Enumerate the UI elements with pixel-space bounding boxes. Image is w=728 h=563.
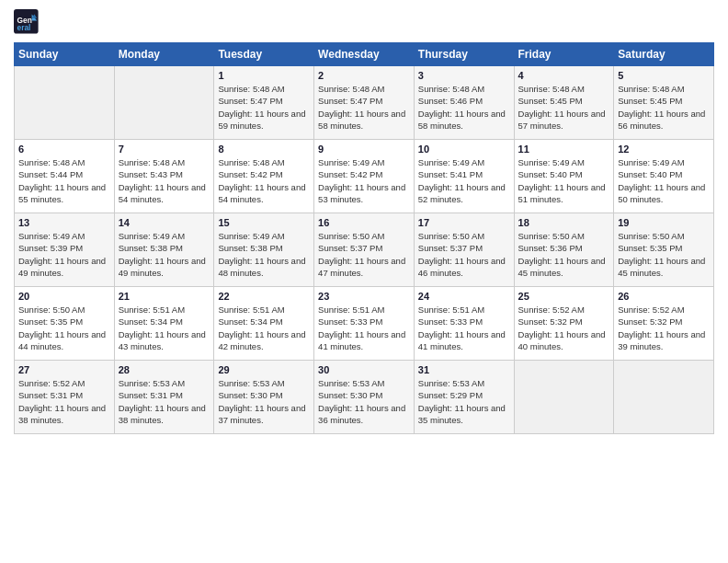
day-info: Sunrise: 5:53 AMSunset: 5:30 PMDaylight:… — [318, 377, 410, 426]
calendar-cell: 30Sunrise: 5:53 AMSunset: 5:30 PMDayligh… — [314, 361, 415, 434]
day-number: 28 — [119, 364, 210, 375]
day-number: 23 — [318, 291, 410, 302]
calendar-cell: 31Sunrise: 5:53 AMSunset: 5:29 PMDayligh… — [414, 361, 514, 434]
calendar-cell: 15Sunrise: 5:49 AMSunset: 5:38 PMDayligh… — [214, 213, 314, 287]
day-info: Sunrise: 5:48 AMSunset: 5:46 PMDaylight:… — [418, 83, 510, 132]
logo: Gen eral — [14, 9, 43, 35]
calendar-cell: 11Sunrise: 5:49 AMSunset: 5:40 PMDayligh… — [514, 140, 614, 213]
day-number: 2 — [318, 70, 410, 81]
day-info: Sunrise: 5:49 AMSunset: 5:38 PMDaylight:… — [119, 230, 210, 279]
day-number: 21 — [119, 291, 210, 302]
calendar-cell: 4Sunrise: 5:48 AMSunset: 5:45 PMDaylight… — [514, 66, 614, 140]
logo-icon: Gen eral — [14, 9, 40, 35]
day-info: Sunrise: 5:48 AMSunset: 5:45 PMDaylight:… — [518, 83, 610, 132]
day-number: 16 — [318, 217, 410, 228]
day-info: Sunrise: 5:52 AMSunset: 5:32 PMDaylight:… — [518, 304, 610, 352]
calendar-cell: 6Sunrise: 5:48 AMSunset: 5:44 PMDaylight… — [15, 140, 115, 213]
day-info: Sunrise: 5:49 AMSunset: 5:39 PMDaylight:… — [18, 230, 110, 279]
weekday-header-thursday: Thursday — [414, 43, 514, 66]
day-info: Sunrise: 5:53 AMSunset: 5:30 PMDaylight:… — [218, 377, 310, 426]
day-number: 27 — [18, 364, 110, 375]
calendar-cell: 22Sunrise: 5:51 AMSunset: 5:34 PMDayligh… — [214, 287, 314, 361]
day-info: Sunrise: 5:53 AMSunset: 5:29 PMDaylight:… — [418, 377, 510, 426]
calendar-cell: 8Sunrise: 5:48 AMSunset: 5:42 PMDaylight… — [214, 140, 314, 213]
day-info: Sunrise: 5:51 AMSunset: 5:33 PMDaylight:… — [318, 304, 410, 352]
day-info: Sunrise: 5:50 AMSunset: 5:37 PMDaylight:… — [318, 230, 410, 279]
day-number: 7 — [119, 144, 210, 155]
day-info: Sunrise: 5:49 AMSunset: 5:40 PMDaylight:… — [618, 156, 710, 205]
day-number: 10 — [418, 144, 510, 155]
weekday-header-friday: Friday — [514, 43, 614, 66]
calendar-week-row: 1Sunrise: 5:48 AMSunset: 5:47 PMDaylight… — [15, 66, 714, 140]
day-number: 17 — [418, 217, 510, 228]
calendar-cell: 5Sunrise: 5:48 AMSunset: 5:45 PMDaylight… — [614, 66, 714, 140]
calendar-cell: 20Sunrise: 5:50 AMSunset: 5:35 PMDayligh… — [15, 287, 115, 361]
day-number: 24 — [418, 291, 510, 302]
calendar-cell: 2Sunrise: 5:48 AMSunset: 5:47 PMDaylight… — [314, 66, 415, 140]
day-number: 29 — [218, 364, 310, 375]
day-number: 15 — [218, 217, 310, 228]
day-number: 26 — [618, 291, 710, 302]
calendar-cell: 24Sunrise: 5:51 AMSunset: 5:33 PMDayligh… — [414, 287, 514, 361]
day-info: Sunrise: 5:50 AMSunset: 5:35 PMDaylight:… — [18, 304, 110, 352]
weekday-header-monday: Monday — [114, 43, 214, 66]
day-number: 11 — [518, 144, 610, 155]
calendar-cell: 27Sunrise: 5:52 AMSunset: 5:31 PMDayligh… — [15, 361, 115, 434]
day-info: Sunrise: 5:48 AMSunset: 5:42 PMDaylight:… — [218, 156, 310, 205]
calendar-cell: 23Sunrise: 5:51 AMSunset: 5:33 PMDayligh… — [314, 287, 415, 361]
calendar-header-row: SundayMondayTuesdayWednesdayThursdayFrid… — [15, 43, 714, 66]
day-number: 18 — [518, 217, 610, 228]
calendar-cell: 10Sunrise: 5:49 AMSunset: 5:41 PMDayligh… — [414, 140, 514, 213]
day-number: 6 — [18, 144, 110, 155]
day-info: Sunrise: 5:48 AMSunset: 5:45 PMDaylight:… — [618, 83, 710, 132]
weekday-header-sunday: Sunday — [15, 43, 115, 66]
day-info: Sunrise: 5:51 AMSunset: 5:34 PMDaylight:… — [119, 304, 210, 352]
calendar-cell: 13Sunrise: 5:49 AMSunset: 5:39 PMDayligh… — [15, 213, 115, 287]
day-info: Sunrise: 5:50 AMSunset: 5:35 PMDaylight:… — [618, 230, 710, 279]
day-info: Sunrise: 5:48 AMSunset: 5:44 PMDaylight:… — [18, 156, 110, 205]
calendar-week-row: 13Sunrise: 5:49 AMSunset: 5:39 PMDayligh… — [15, 213, 714, 287]
calendar-cell: 12Sunrise: 5:49 AMSunset: 5:40 PMDayligh… — [614, 140, 714, 213]
calendar-cell — [514, 361, 614, 434]
day-number: 5 — [618, 70, 710, 81]
calendar-cell: 26Sunrise: 5:52 AMSunset: 5:32 PMDayligh… — [614, 287, 714, 361]
page-container: Gen eral SundayMondayTuesdayWednesdayThu… — [0, 0, 728, 443]
day-info: Sunrise: 5:51 AMSunset: 5:34 PMDaylight:… — [218, 304, 310, 352]
day-info: Sunrise: 5:50 AMSunset: 5:36 PMDaylight:… — [518, 230, 610, 279]
day-info: Sunrise: 5:50 AMSunset: 5:37 PMDaylight:… — [418, 230, 510, 279]
day-number: 12 — [618, 144, 710, 155]
calendar-week-row: 20Sunrise: 5:50 AMSunset: 5:35 PMDayligh… — [15, 287, 714, 361]
calendar-cell: 17Sunrise: 5:50 AMSunset: 5:37 PMDayligh… — [414, 213, 514, 287]
calendar-week-row: 27Sunrise: 5:52 AMSunset: 5:31 PMDayligh… — [15, 361, 714, 434]
day-number: 19 — [618, 217, 710, 228]
day-info: Sunrise: 5:49 AMSunset: 5:40 PMDaylight:… — [518, 156, 610, 205]
calendar-week-row: 6Sunrise: 5:48 AMSunset: 5:44 PMDaylight… — [15, 140, 714, 213]
day-info: Sunrise: 5:53 AMSunset: 5:31 PMDaylight:… — [119, 377, 210, 426]
day-info: Sunrise: 5:49 AMSunset: 5:42 PMDaylight:… — [318, 156, 410, 205]
day-info: Sunrise: 5:48 AMSunset: 5:47 PMDaylight:… — [218, 83, 310, 132]
calendar-cell — [614, 361, 714, 434]
day-info: Sunrise: 5:49 AMSunset: 5:41 PMDaylight:… — [418, 156, 510, 205]
day-info: Sunrise: 5:48 AMSunset: 5:43 PMDaylight:… — [119, 156, 210, 205]
svg-text:eral: eral — [17, 23, 31, 32]
calendar-cell: 21Sunrise: 5:51 AMSunset: 5:34 PMDayligh… — [114, 287, 214, 361]
day-number: 14 — [119, 217, 210, 228]
calendar-cell: 29Sunrise: 5:53 AMSunset: 5:30 PMDayligh… — [214, 361, 314, 434]
day-info: Sunrise: 5:52 AMSunset: 5:32 PMDaylight:… — [618, 304, 710, 352]
calendar-cell: 28Sunrise: 5:53 AMSunset: 5:31 PMDayligh… — [114, 361, 214, 434]
calendar-cell: 25Sunrise: 5:52 AMSunset: 5:32 PMDayligh… — [514, 287, 614, 361]
calendar-cell: 18Sunrise: 5:50 AMSunset: 5:36 PMDayligh… — [514, 213, 614, 287]
day-number: 13 — [18, 217, 110, 228]
weekday-header-tuesday: Tuesday — [214, 43, 314, 66]
day-number: 8 — [218, 144, 310, 155]
day-info: Sunrise: 5:52 AMSunset: 5:31 PMDaylight:… — [18, 377, 110, 426]
weekday-header-wednesday: Wednesday — [314, 43, 415, 66]
day-number: 20 — [18, 291, 110, 302]
calendar-cell: 3Sunrise: 5:48 AMSunset: 5:46 PMDaylight… — [414, 66, 514, 140]
calendar-cell — [114, 66, 214, 140]
calendar-cell: 14Sunrise: 5:49 AMSunset: 5:38 PMDayligh… — [114, 213, 214, 287]
calendar-table: SundayMondayTuesdayWednesdayThursdayFrid… — [14, 42, 714, 434]
weekday-header-saturday: Saturday — [614, 43, 714, 66]
day-number: 4 — [518, 70, 610, 81]
day-number: 1 — [218, 70, 310, 81]
